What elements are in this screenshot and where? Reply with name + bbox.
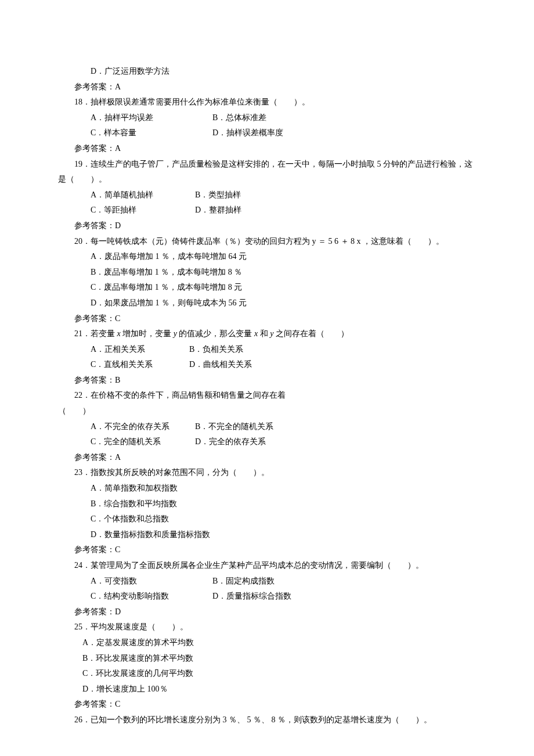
option-c-21: C．直线相关关系 [91,357,189,373]
question-26: 26．已知一个数列的环比增长速度分别为 3 ％、 5 ％、 8 ％，则该数列的定… [58,712,476,728]
question-20: 20．每一吨铸铁成本（元）倚铸件废品率（％）变动的回归方程为 y ＝ 5 6 ＋… [58,234,476,250]
option-c-19: C．等距抽样 [91,203,195,218]
option-d-19: D．整群抽样 [195,203,241,218]
answer-23: 参考答案：C [58,542,476,558]
option-a-24: A．可变指数 [91,574,212,589]
answer-18: 参考答案：A [58,141,476,157]
option-b-24: B．固定构成指数 [212,574,275,589]
option-d-18: D．抽样误差概率度 [212,125,283,141]
answer-19: 参考答案：D [58,218,476,234]
option-d-21: D．曲线相关关系 [189,357,252,373]
option-b-25: B．环比发展速度的算术平均数 [58,651,476,667]
option-c-18: C．样本容量 [91,125,212,141]
options-19-row2: C．等距抽样 D．整群抽样 [58,203,476,218]
answer-20: 参考答案：C [58,311,476,327]
option-d-25: D．增长速度加上 100％ [58,682,476,697]
options-22-row1: A．不完全的依存关系 B．不完全的随机关系 [58,419,476,435]
option-a-25: A．定基发展速度的算术平均数 [58,635,476,651]
answer-22: 参考答案：A [58,450,476,466]
option-d-24: D．质量指标综合指数 [212,589,291,604]
option-b-21: B．负相关关系 [189,342,243,358]
option-d-17: D．广泛运用数学方法 [58,64,476,80]
question-18: 18．抽样极限误差通常需要用什么作为标准单位来衡量（ ）。 [58,95,476,110]
q21-text-2: 增加时，变量 [121,329,174,338]
option-b-22: B．不完全的随机关系 [195,419,273,435]
option-a-21: A．正相关关系 [91,342,189,358]
question-22-cont: （ ） [58,404,476,419]
q21-text-5: 之间存在着（ ） [273,329,349,338]
question-21: 21．若变量 x 增加时，变量 y 的值减少，那么变量 x 和 y 之间存在着（… [58,326,476,342]
question-24: 24．某管理局为了全面反映所属各企业生产某种产品平均成本总的变动情况，需要编制（… [58,558,476,574]
option-c-24: C．结构变动影响指数 [91,589,212,604]
option-c-23: C．个体指数和总指数 [58,512,476,527]
options-21-row1: A．正相关关系 B．负相关关系 [58,342,476,358]
option-d-22: D．完全的依存关系 [195,434,266,450]
option-a-22: A．不完全的依存关系 [91,419,195,435]
q21-text-1: 21．若变量 [74,329,117,338]
option-d-20: D．如果废品增加 1 ％，则每吨成本为 56 元 [58,296,476,311]
options-24-row2: C．结构变动影响指数 D．质量指标综合指数 [58,589,476,604]
option-b-18: B．总体标准差 [212,110,266,126]
option-c-25: C．环比发展速度的几何平均数 [58,666,476,682]
option-a-18: A．抽样平均误差 [91,110,212,126]
options-22-row2: C．完全的随机关系 D．完全的依存关系 [58,434,476,450]
options-18-row2: C．样本容量 D．抽样误差概率度 [58,125,476,141]
option-c-20: C．废品率每增加 1 ％，成本每吨增加 8 元 [58,280,476,296]
answer-25: 参考答案：C [58,697,476,712]
question-23: 23．指数按其所反映的对象范围不同，分为（ ）。 [58,465,476,481]
document-page: D．广泛运用数学方法 参考答案：A 18．抽样极限误差通常需要用什么作为标准单位… [0,0,534,756]
option-b-23: B．综合指数和平均指数 [58,496,476,512]
options-24-row1: A．可变指数 B．固定构成指数 [58,574,476,589]
q21-text-3: 的值减少，那么变量 [177,329,254,338]
options-19-row1: A．简单随机抽样 B．类型抽样 [58,188,476,203]
option-a-20: A．废品率每增加 1 ％，成本每吨增加 64 元 [58,249,476,265]
options-21-row2: C．直线相关关系 D．曲线相关关系 [58,357,476,373]
q21-text-4: 和 [258,329,270,338]
option-b-20: B．废品率每增加 1 ％，成本每吨增加 8 ％ [58,265,476,280]
question-25: 25．平均发展速度是（ ）。 [58,620,476,635]
option-d-23: D．数量指标指数和质量指标指数 [58,527,476,543]
answer-24: 参考答案：D [58,604,476,620]
answer-17: 参考答案：A [58,80,476,95]
option-b-19: B．类型抽样 [195,188,241,203]
question-22: 22．在价格不变的条件下，商品销售额和销售量之间存在着 [58,388,476,404]
option-a-19: A．简单随机抽样 [91,188,195,203]
answer-21: 参考答案：B [58,373,476,388]
option-a-23: A．简单指数和加权指数 [58,481,476,496]
question-19: 19．连续生产的电子管厂，产品质量检验是这样安排的，在一天中，每隔一小时抽取 5… [58,157,476,188]
options-18-row1: A．抽样平均误差 B．总体标准差 [58,110,476,126]
option-c-22: C．完全的随机关系 [91,434,195,450]
